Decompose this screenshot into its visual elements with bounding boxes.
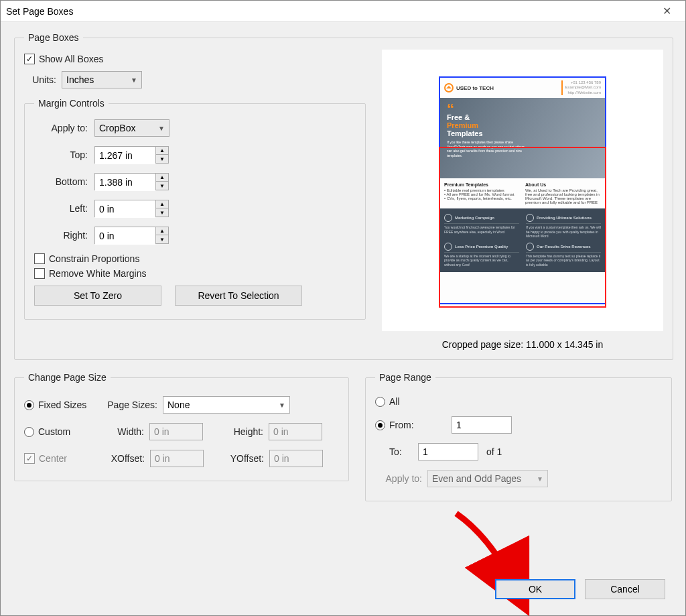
- set-to-zero-button[interactable]: Set To Zero: [34, 286, 161, 306]
- units-value: Inches: [66, 74, 94, 85]
- center-label: Center: [39, 453, 99, 464]
- page-range-group: Page Range All From: To: of 1: [365, 372, 672, 501]
- spin-up-icon[interactable]: ▲: [156, 147, 168, 155]
- xoffset-label: XOffset:: [105, 453, 145, 464]
- right-spinner[interactable]: ▲▼: [94, 227, 169, 244]
- contact-text: +01 123 456 789Example@Mail.comhttp://We…: [561, 80, 601, 95]
- to-label: To:: [389, 446, 413, 457]
- height-label: Height:: [216, 426, 263, 437]
- cancel-button[interactable]: Cancel: [585, 579, 665, 599]
- pr-apply-to-label: Apply to:: [375, 473, 422, 484]
- width-input: [149, 423, 203, 440]
- change-page-size-legend: Change Page Size: [24, 372, 111, 383]
- ok-button[interactable]: OK: [495, 579, 575, 599]
- all-radio[interactable]: [375, 397, 385, 407]
- to-input[interactable]: [418, 443, 478, 460]
- apply-to-label: Apply to:: [34, 123, 88, 133]
- units-select[interactable]: Inches ▼: [62, 71, 142, 88]
- title-bar: Set Page Boxes ✕: [1, 1, 685, 22]
- margin-controls-legend: Margin Controls: [34, 98, 109, 109]
- top-spinner[interactable]: ▲▼: [94, 146, 169, 164]
- hero-line2: Premium: [447, 121, 598, 129]
- pr-apply-to-select: Even and Odd Pages ▼: [427, 470, 548, 487]
- page-preview: USED to TECH +01 123 456 789Example@Mail…: [382, 50, 663, 331]
- right-label: Right:: [34, 230, 88, 241]
- units-label: Units:: [24, 74, 56, 85]
- remove-white-label: Remove White Margins: [49, 268, 147, 279]
- chevron-down-icon: ▼: [131, 76, 137, 84]
- hero-line1: Free &: [447, 113, 598, 121]
- spin-down-icon[interactable]: ▼: [156, 182, 168, 190]
- fixed-sizes-radio[interactable]: [24, 400, 34, 410]
- dialog-window: Set Page Boxes ✕ Page Boxes Show All Box…: [0, 0, 686, 616]
- center-checkbox: [24, 453, 35, 464]
- yoffset-label: YOffset:: [217, 453, 264, 464]
- left-input[interactable]: [95, 200, 155, 218]
- margin-controls-group: Margin Controls Apply to: CropBox ▼ Top:: [24, 98, 366, 320]
- cropbox-overlay: [439, 147, 606, 308]
- remove-white-checkbox[interactable]: [34, 268, 45, 279]
- custom-radio[interactable]: [24, 427, 34, 437]
- apply-to-select[interactable]: CropBox ▼: [94, 119, 169, 137]
- top-input[interactable]: [95, 147, 155, 164]
- yoffset-input: [269, 450, 323, 467]
- spin-down-icon[interactable]: ▼: [156, 155, 168, 163]
- close-icon[interactable]: ✕: [653, 1, 680, 22]
- width-label: Width:: [104, 426, 144, 437]
- brand-text: USED to TECH: [456, 85, 494, 91]
- custom-label: Custom: [38, 426, 98, 437]
- page-boxes-group: Page Boxes Show All Boxes Units: Inches …: [14, 32, 673, 360]
- cropped-size-text: Cropped page size: 11.000 x 14.345 in: [442, 339, 604, 350]
- spin-down-icon[interactable]: ▼: [156, 208, 168, 217]
- right-input[interactable]: [95, 227, 155, 245]
- show-all-boxes-checkbox[interactable]: [24, 54, 35, 64]
- all-label: All: [389, 396, 400, 407]
- bottom-label: Bottom:: [34, 176, 88, 187]
- spin-up-icon[interactable]: ▲: [156, 174, 168, 182]
- page-sizes-select[interactable]: None ▼: [163, 396, 290, 414]
- page-sizes-value: None: [167, 399, 190, 410]
- from-input[interactable]: [452, 416, 512, 434]
- page-sizes-label: Page Sizes:: [104, 399, 157, 410]
- hero-line3: Templates: [447, 129, 598, 137]
- spin-up-icon[interactable]: ▲: [156, 227, 168, 235]
- chevron-down-icon: ▼: [158, 125, 165, 132]
- xoffset-input: [150, 450, 204, 467]
- fixed-sizes-label: Fixed Sizes: [38, 399, 98, 410]
- top-label: Top:: [34, 149, 88, 160]
- apply-to-value: CropBox: [99, 123, 135, 133]
- window-title: Set Page Boxes: [6, 1, 73, 22]
- left-label: Left:: [34, 203, 88, 214]
- from-radio[interactable]: [375, 420, 385, 430]
- page-boxes-legend: Page Boxes: [24, 32, 83, 43]
- show-all-boxes-label: Show All Boxes: [39, 54, 104, 64]
- change-page-size-group: Change Page Size Fixed Sizes Page Sizes:…: [14, 372, 349, 481]
- height-input: [269, 423, 322, 440]
- chevron-down-icon: ▼: [279, 402, 285, 409]
- revert-button[interactable]: Revert To Selection: [175, 286, 302, 306]
- spin-down-icon[interactable]: ▼: [156, 235, 168, 243]
- constrain-checkbox[interactable]: [34, 253, 45, 264]
- from-label: From:: [389, 420, 426, 430]
- constrain-label: Constrain Proportions: [49, 253, 139, 264]
- chevron-down-icon: ▼: [537, 475, 543, 483]
- pr-apply-to-value: Even and Odd Pages: [432, 473, 521, 484]
- of-text: of 1: [486, 446, 502, 457]
- page-range-legend: Page Range: [375, 372, 435, 383]
- bottom-input[interactable]: [95, 174, 155, 191]
- left-spinner[interactable]: ▲▼: [94, 200, 169, 217]
- logo-icon: [444, 83, 454, 93]
- bottom-spinner[interactable]: ▲▼: [94, 173, 169, 190]
- spin-up-icon[interactable]: ▲: [156, 200, 168, 208]
